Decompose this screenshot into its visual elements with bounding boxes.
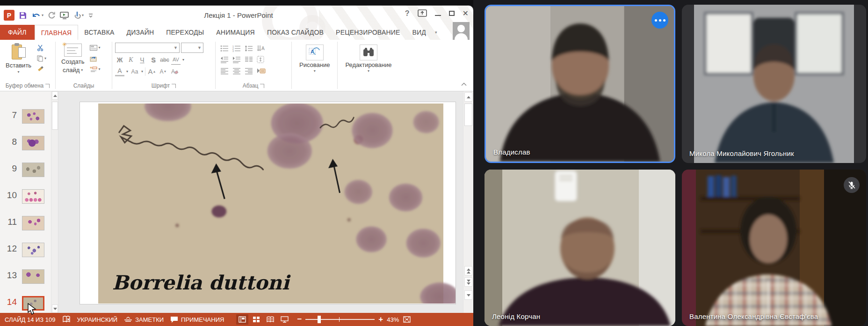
redo-button[interactable]: [48, 11, 56, 19]
ribbon-display-options-button[interactable]: [418, 9, 427, 17]
tab-design[interactable]: ДИЗАЙН: [121, 25, 160, 40]
zoom-out-button[interactable]: −: [297, 315, 302, 324]
normal-view-button[interactable]: [236, 314, 248, 325]
video-tile-mykola[interactable]: Микола Миколайович Ягольник: [682, 5, 866, 163]
increase-indent-button[interactable]: [232, 56, 241, 63]
collapse-ribbon-button[interactable]: [461, 80, 467, 88]
bold-button[interactable]: Ж: [115, 55, 124, 65]
next-slide-button[interactable]: [464, 277, 472, 287]
slide-sorter-view-button[interactable]: [250, 314, 262, 325]
bullets-button[interactable]: [220, 45, 229, 52]
tab-view[interactable]: ВИД: [406, 25, 432, 40]
comments-button[interactable]: ПРИМЕЧАНИЯ: [170, 316, 224, 323]
font-name-select[interactable]: ▼: [115, 43, 180, 53]
slide-10-preview[interactable]: [22, 189, 44, 204]
scrollbar-thumb[interactable]: [464, 104, 472, 126]
slide-8-preview[interactable]: [22, 136, 44, 150]
slide-9-preview[interactable]: [22, 163, 44, 177]
new-slide-dropdown-arrow[interactable]: ▾: [81, 68, 83, 72]
scroll-down-button[interactable]: [464, 290, 472, 300]
slide-thumbnail-13[interactable]: 13: [0, 269, 58, 288]
strikethrough-button[interactable]: abc: [160, 55, 169, 65]
zoom-slider[interactable]: [305, 319, 375, 320]
zoom-slider-thumb[interactable]: [318, 316, 321, 323]
thumbs-scrollbar-thumb[interactable]: [52, 102, 58, 130]
character-spacing-button[interactable]: AV: [171, 55, 181, 65]
slide-12-preview[interactable]: [22, 243, 44, 257]
editing-button[interactable]: Редактирование ▾: [340, 43, 396, 75]
decrease-indent-button[interactable]: [220, 56, 229, 63]
tab-file[interactable]: ФАЙЛ: [0, 25, 35, 40]
underline-button[interactable]: Ч: [137, 55, 147, 65]
paste-dropdown-arrow[interactable]: ▾: [18, 70, 20, 74]
paste-button[interactable]: Вставить ▾: [3, 43, 34, 82]
tabs-overflow-arrow[interactable]: ▾: [432, 25, 440, 40]
slide-7-preview[interactable]: [22, 109, 44, 124]
video-tile-vladyslav[interactable]: Владислав: [485, 5, 675, 163]
section-button[interactable]: ✳▾: [90, 65, 100, 74]
slide-thumbnail-7[interactable]: 7: [0, 109, 58, 128]
fit-slide-to-window-button[interactable]: [403, 316, 411, 323]
language-status[interactable]: УКРАИНСКИЙ: [77, 316, 118, 323]
video-tile-valentyna[interactable]: Валентина Олександрівна Євстаф'єва: [682, 170, 866, 326]
slide-13-preview[interactable]: [22, 269, 44, 284]
slide-scrollbar[interactable]: [463, 91, 473, 313]
tab-animations[interactable]: АНИМАЦИЯ: [210, 25, 261, 40]
tab-slideshow[interactable]: ПОКАЗ СЛАЙДОВ: [261, 25, 330, 40]
minimize-button[interactable]: [435, 11, 441, 16]
touch-mode-dropdown-arrow[interactable]: ▾: [82, 13, 84, 17]
thumbs-scroll-up-button[interactable]: [52, 91, 58, 100]
italic-button[interactable]: К: [126, 55, 136, 65]
powerpoint-logo-icon[interactable]: P: [4, 10, 14, 21]
convert-smartart-button[interactable]: [256, 67, 266, 74]
customize-qat-button[interactable]: [88, 13, 94, 18]
start-slideshow-button[interactable]: [60, 11, 70, 20]
columns-button[interactable]: [245, 56, 253, 63]
font-size-select[interactable]: ▼: [181, 43, 203, 53]
zoom-in-button[interactable]: +: [378, 315, 383, 324]
text-shadow-button[interactable]: S: [149, 55, 158, 65]
clear-formatting-button[interactable]: A: [170, 67, 179, 76]
tab-transitions[interactable]: ПЕРЕХОДЫ: [160, 25, 210, 40]
drawing-dropdown-arrow[interactable]: ▾: [314, 69, 316, 73]
slide-thumbnail-12[interactable]: 12: [0, 243, 58, 261]
editing-dropdown-arrow[interactable]: ▾: [368, 69, 369, 73]
text-direction-button[interactable]: А: [257, 45, 265, 52]
slide-thumbnail-11[interactable]: 11: [0, 216, 58, 235]
format-painter-button[interactable]: [37, 65, 46, 74]
help-button[interactable]: ?: [405, 9, 410, 18]
align-text-vertical-button[interactable]: [257, 56, 265, 63]
copy-button[interactable]: ▾: [37, 54, 46, 63]
slide-14[interactable]: Borrelia duttoni: [80, 102, 456, 304]
slideshow-view-button[interactable]: [278, 314, 290, 325]
thumbs-scroll-down-button[interactable]: [52, 304, 58, 313]
paragraph-dialog-launcher[interactable]: [260, 84, 264, 88]
reset-slide-button[interactable]: [90, 54, 100, 63]
drawing-button[interactable]: А Рисование ▾: [295, 43, 334, 75]
font-dialog-launcher[interactable]: [172, 84, 176, 88]
grow-font-button[interactable]: А▲: [147, 67, 157, 76]
section-dropdown-arrow[interactable]: ▾: [98, 67, 100, 71]
font-color-dropdown-arrow[interactable]: ▾: [126, 70, 128, 74]
more-options-button[interactable]: [651, 12, 668, 29]
maximize-button[interactable]: [449, 11, 455, 16]
tab-insert[interactable]: ВСТАВКА: [78, 25, 120, 40]
change-case-dropdown-arrow[interactable]: ▾: [141, 70, 143, 74]
save-button[interactable]: [19, 11, 27, 20]
slide-thumbnail-9[interactable]: 9: [0, 163, 58, 181]
slide-layout-button[interactable]: ▾: [90, 44, 100, 52]
thumbnails-scrollbar[interactable]: [51, 91, 58, 313]
slide-thumbnail-8[interactable]: 8: [0, 136, 58, 155]
video-tile-leonid[interactable]: Леонід Корчан: [485, 170, 675, 326]
reading-view-button[interactable]: [264, 314, 276, 325]
spacing-dropdown-arrow[interactable]: ▾: [182, 58, 184, 62]
copy-dropdown-arrow[interactable]: ▾: [44, 57, 46, 60]
account-avatar[interactable]: [453, 22, 470, 40]
scroll-up-button[interactable]: [464, 92, 472, 102]
layout-dropdown-arrow[interactable]: ▾: [98, 46, 100, 50]
shrink-font-button[interactable]: А▼: [159, 67, 168, 76]
slide-counter[interactable]: СЛАЙД 14 ИЗ 109: [5, 316, 56, 323]
clipboard-dialog-launcher[interactable]: [45, 84, 50, 88]
font-color-button[interactable]: А: [115, 67, 124, 76]
align-right-button[interactable]: [245, 67, 253, 74]
